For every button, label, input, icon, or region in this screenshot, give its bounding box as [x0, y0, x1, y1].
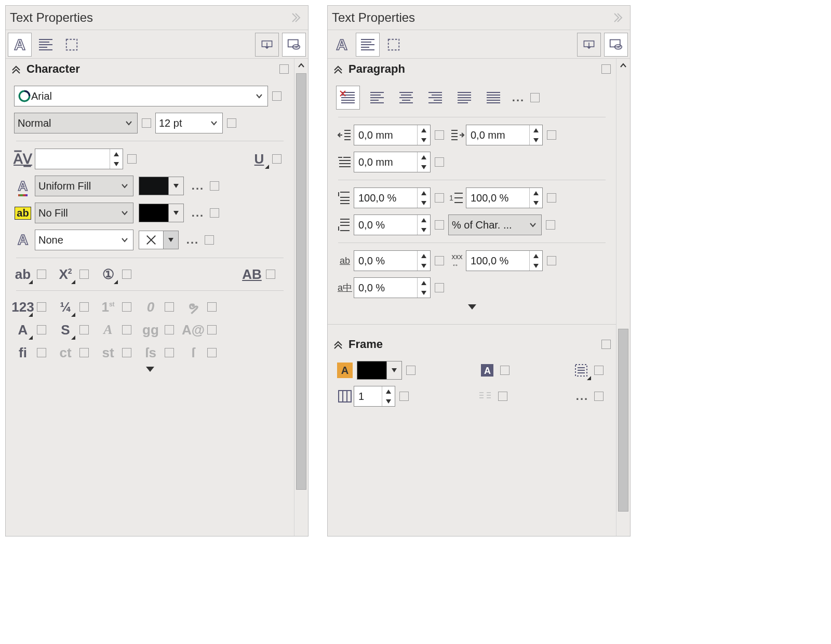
tab-character[interactable]: A — [8, 33, 32, 57]
frame-bounds-button[interactable] — [572, 361, 590, 379]
scroll-up-icon[interactable] — [294, 59, 308, 72]
ligature-longs-button[interactable]: ſ — [184, 344, 202, 361]
language-spacing-input[interactable]: 0,0 % — [354, 277, 431, 298]
slashed-zero-button[interactable]: 0 — [142, 298, 159, 316]
line-spacing-input[interactable]: 100,0 % — [466, 187, 543, 208]
position-button[interactable]: ab — [14, 265, 32, 283]
outline-swatch-none[interactable] — [139, 231, 164, 249]
stylistic-alt-button[interactable]: A — [14, 321, 32, 339]
frame-color-swatch[interactable] — [357, 361, 387, 380]
ligature-ct-button[interactable]: ct — [57, 344, 74, 361]
import-button[interactable] — [255, 33, 279, 57]
scrollbar[interactable] — [616, 59, 630, 536]
all-caps-button[interactable]: AB — [243, 265, 261, 283]
preview-button[interactable] — [282, 33, 306, 57]
kerning-input[interactable] — [35, 149, 123, 169]
collapse-panel-icon[interactable] — [613, 11, 626, 24]
fill-mode-combo[interactable]: Uniform Fill — [35, 176, 133, 196]
outline-checkbox[interactable] — [205, 235, 214, 245]
expand-section-button[interactable] — [336, 304, 608, 315]
all-caps-checkbox[interactable] — [266, 270, 275, 279]
tab-paragraph[interactable] — [34, 33, 58, 57]
underline-checkbox[interactable] — [272, 154, 282, 164]
script-alt-button[interactable]: A — [99, 321, 117, 339]
kerning-checkbox[interactable] — [127, 154, 137, 164]
frame-vertical-align-button[interactable]: A — [478, 361, 496, 379]
pin-checkbox[interactable] — [279, 64, 289, 74]
outline-mode-combo[interactable]: None — [35, 230, 133, 250]
char-spacing-input[interactable]: 0,0 % — [354, 250, 431, 271]
outline-more-button[interactable]: ... — [185, 233, 200, 247]
font-family-checkbox[interactable] — [272, 91, 282, 101]
scroll-up-icon[interactable] — [616, 59, 630, 72]
fill-color-dropdown[interactable] — [169, 177, 184, 195]
align-center-button[interactable] — [394, 86, 418, 110]
space-after-input[interactable]: 0,0 % — [354, 214, 431, 235]
fill-checkbox[interactable] — [210, 181, 219, 191]
indent-first-input[interactable]: 0,0 mm — [354, 152, 431, 172]
tab-paragraph[interactable] — [356, 33, 380, 57]
tab-frame[interactable] — [382, 33, 406, 57]
superscript-button[interactable]: X2 — [57, 265, 74, 283]
ligature-fs-button[interactable]: ſs — [142, 344, 159, 361]
underline-button[interactable]: U — [250, 150, 268, 168]
scrollbar-thumb[interactable] — [296, 73, 306, 490]
background-mode-combo[interactable]: No Fill — [35, 203, 133, 223]
background-color-dropdown[interactable] — [169, 204, 184, 222]
import-button[interactable] — [577, 33, 601, 57]
outline-color-dropdown[interactable] — [164, 231, 179, 249]
tab-frame[interactable] — [60, 33, 84, 57]
contextual-alt-button[interactable]: gg — [142, 321, 159, 339]
font-style-combo[interactable]: Normal — [14, 113, 138, 133]
indent-first-icon — [336, 153, 354, 171]
space-before-input[interactable]: 100,0 % — [354, 187, 431, 208]
section-header-character[interactable]: Character — [6, 59, 294, 79]
font-family-combo[interactable]: Arial — [14, 86, 268, 106]
tab-character[interactable]: A — [330, 33, 354, 57]
section-header-paragraph[interactable]: Paragraph — [328, 59, 616, 79]
background-more-button[interactable]: ... — [190, 206, 206, 220]
font-style-checkbox[interactable] — [142, 118, 151, 128]
collapse-panel-icon[interactable] — [291, 11, 304, 24]
numeral-style-button[interactable]: 123 — [14, 298, 32, 316]
section-header-frame[interactable]: Frame — [328, 334, 616, 355]
ligature-fi-button[interactable]: fi — [14, 344, 32, 361]
preview-button[interactable] — [604, 33, 628, 57]
fill-more-button[interactable]: ... — [190, 179, 206, 193]
scrollbar[interactable] — [294, 59, 308, 536]
fractions-button[interactable]: ¼ — [57, 298, 74, 316]
word-spacing-input[interactable]: 100,0 % — [466, 250, 543, 271]
caps-button[interactable]: ① — [99, 265, 117, 283]
line-unit-combo[interactable]: % of Char. ... — [448, 214, 542, 235]
background-checkbox[interactable] — [210, 208, 219, 218]
indent-right-input[interactable]: 0,0 mm — [466, 125, 543, 145]
frame-more-button[interactable]: ... — [574, 390, 590, 403]
font-size-checkbox[interactable] — [227, 118, 236, 128]
ligature-st-button[interactable]: st — [99, 344, 117, 361]
frame-color-dropdown[interactable] — [387, 361, 402, 380]
expand-section-button[interactable] — [14, 367, 286, 377]
columns-balance-button[interactable] — [476, 387, 494, 405]
titling-alt-button[interactable]: A@ — [184, 321, 202, 339]
indent-left-input[interactable]: 0,0 mm — [354, 125, 431, 145]
align-force-justify-button[interactable] — [481, 86, 505, 110]
stylistic-set-button[interactable]: S — [57, 321, 74, 339]
font-size-combo[interactable]: 12 pt — [155, 113, 223, 133]
scrollbar-thumb[interactable] — [618, 329, 628, 512]
align-right-button[interactable] — [423, 86, 447, 110]
align-more-button[interactable]: ... — [511, 91, 526, 104]
swash-button[interactable]: ຯ — [184, 298, 202, 316]
pin-checkbox[interactable] — [601, 64, 611, 74]
background-color-swatch[interactable] — [139, 204, 169, 222]
align-left-button[interactable] — [365, 86, 389, 110]
caps-checkbox[interactable] — [122, 270, 131, 279]
align-checkbox[interactable] — [530, 93, 540, 102]
pin-checkbox[interactable] — [601, 340, 611, 349]
ordinals-button[interactable]: 1st — [99, 298, 117, 316]
align-none-button[interactable] — [336, 86, 360, 110]
columns-input[interactable]: 1 — [354, 386, 395, 407]
position-checkbox[interactable] — [37, 270, 46, 279]
align-justify-button[interactable] — [452, 86, 476, 110]
superscript-checkbox[interactable] — [79, 270, 89, 279]
fill-color-swatch[interactable] — [139, 177, 169, 195]
